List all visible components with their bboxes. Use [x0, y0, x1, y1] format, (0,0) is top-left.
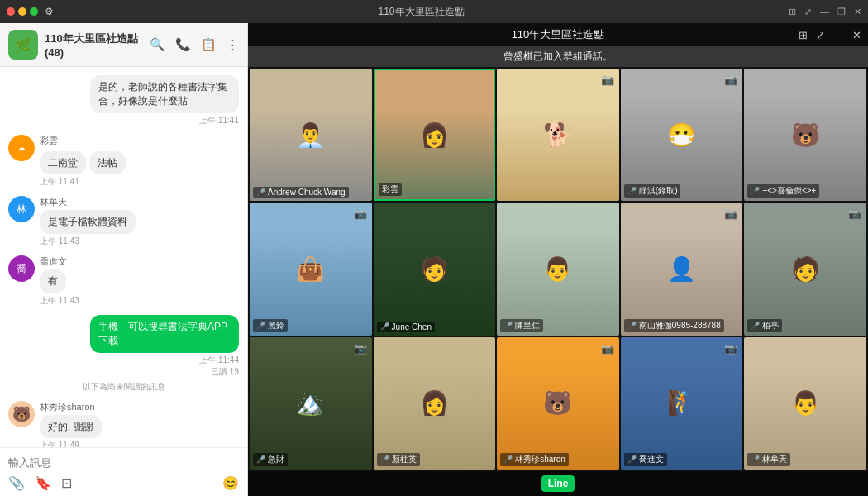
chat-input[interactable]: [8, 453, 239, 472]
maximize-traffic-light[interactable]: [30, 7, 38, 16]
msg-time: 上午 11:41: [199, 115, 239, 126]
minimize-traffic-light[interactable]: [18, 7, 26, 16]
face-linf: 🧗: [621, 337, 743, 470]
msg-row: 林 林牟天 是電子檔軟體資料 上午 11:43: [8, 196, 239, 247]
read-count: 已讀 19: [211, 366, 239, 378]
title-bar-right: ⊞ ⤢ — ❐ ✕: [789, 7, 861, 17]
sender-name: 林牟天: [40, 196, 136, 208]
participant-name-june: 🎤 June Chen: [377, 322, 435, 332]
note-icon[interactable]: 📋: [201, 37, 217, 52]
face-yan: 👩: [374, 337, 496, 470]
face-qjin: 🏔️: [250, 337, 372, 470]
participant-name-qiao2: 🎤 喬進文: [624, 453, 667, 466]
face-jingqi: 😷: [621, 69, 743, 201]
msg-bubble: 好的, 謝謝: [40, 415, 102, 439]
face-winnie: 🐻: [497, 337, 619, 470]
participant-name-boting: 🎤 柏亭: [747, 319, 782, 332]
video-cell-nans[interactable]: 👤 🎤 南山雅伽0985-288788 📷: [621, 203, 743, 335]
video-cell-huang[interactable]: 👨 🎤 陳皇仁: [497, 203, 619, 335]
bookmark-icon[interactable]: 🔖: [35, 475, 51, 491]
mic-muted-icon: 🎤: [380, 455, 389, 464]
app-container: 🌿 110年大里區社造點 (48) 🔍 📞 📋 ⋮ 是的，老師說的各種書法字集合…: [0, 23, 868, 496]
search-icon[interactable]: 🔍: [150, 37, 165, 52]
msg-row: 🐻 林秀珍sharon 好的, 謝謝 上午 11:49: [8, 401, 239, 447]
msg-time: 上午 11:41: [40, 176, 126, 188]
mic-muted-icon: 🎤: [751, 322, 760, 330]
expand-icon[interactable]: ⤢: [816, 29, 825, 41]
window-restore-btn[interactable]: ❐: [837, 7, 846, 17]
video-cell-linf[interactable]: 🧗 🎤 喬進文 📷: [621, 337, 743, 470]
minimize-icon[interactable]: —: [833, 29, 844, 41]
face-nans: 👤: [621, 203, 743, 335]
attach-icon[interactable]: 📎: [8, 475, 25, 491]
video-muted-icon4: 📷: [724, 207, 737, 220]
msg-row: 是的，老師說的各種書法字集合，好像說是什麼貼 上午 11:41: [8, 75, 239, 126]
group-avatar: 🌿: [8, 30, 38, 60]
face-huang: 👨: [497, 203, 619, 335]
participant-name-huang: 🎤 陳皇仁: [500, 319, 543, 332]
video-cell-jingqi[interactable]: 😷 🎤 靜淇(錄取) 📷: [621, 69, 743, 201]
msg-group-lin: 林 林牟天 是電子檔軟體資料 上午 11:43: [8, 196, 239, 247]
video-cell-dog[interactable]: 🐕 📷: [497, 69, 619, 201]
video-title: 110年大里區社造點: [512, 27, 605, 42]
mic-muted-icon: 🎤: [256, 455, 265, 464]
window-expand-icon[interactable]: ⤢: [804, 7, 812, 17]
input-icons-left: 📎 🔖 ⊡: [8, 475, 72, 491]
chat-header-icons[interactable]: 🔍 📞 📋 ⋮: [150, 37, 239, 52]
video-cell-winnie[interactable]: 🐻 🎤 林秀珍sharon 📷: [497, 337, 619, 470]
video-cell-qjin[interactable]: 🏔️ 🎤 急財 📷: [250, 337, 372, 470]
grid-view-icon[interactable]: ⊞: [799, 29, 808, 41]
video-muted-icon7: 📷: [601, 342, 614, 355]
title-bar-left: ⚙: [7, 6, 54, 17]
window-minimize-btn[interactable]: —: [820, 7, 829, 17]
close-traffic-light[interactable]: [7, 7, 15, 16]
msg-bubble: 是電子檔軟體資料: [40, 210, 136, 234]
participant-name-xilun: 🎤 +<>喜倫傑<>+: [747, 184, 819, 198]
chat-input-icons: 📎 🔖 ⊡ 😊: [8, 475, 239, 491]
msg-content: 林秀珍sharon 好的, 謝謝 上午 11:49: [40, 401, 102, 447]
face-boting: 🧑: [744, 203, 866, 335]
participant-name-nans: 🎤 南山雅伽0985-288788: [624, 319, 724, 332]
video-top-bar: 110年大里區社造點 ⊞ ⤢ — ✕: [248, 23, 868, 46]
video-muted-icon5: 📷: [848, 207, 861, 220]
video-cell-caiyun[interactable]: 👩 彩雲: [374, 69, 496, 201]
video-cell-yan[interactable]: 👩 🎤 顏柱英: [374, 337, 496, 470]
mic-muted-icon: 🎤: [751, 187, 760, 195]
video-cell-june[interactable]: 🧑 🎤 June Chen: [374, 203, 496, 335]
msg-content: 林牟天 是電子檔軟體資料 上午 11:43: [40, 196, 136, 247]
face-xilun: 🐻: [744, 69, 866, 201]
call-icon[interactable]: 📞: [175, 37, 191, 52]
video-muted-icon8: 📷: [724, 342, 737, 355]
traffic-lights: [7, 7, 38, 16]
msg-row: 喬 喬進文 有 上午 11:43: [8, 255, 239, 307]
mic-muted-icon: 🎤: [380, 322, 389, 331]
chat-input-area: 📎 🔖 ⊡ 😊: [0, 447, 247, 496]
more-icon[interactable]: ⋮: [227, 37, 239, 52]
face-heiling: 👜: [250, 203, 372, 335]
video-cell-xilun[interactable]: 🐻 🎤 +<>喜倫傑<>+: [744, 69, 866, 201]
mic-muted-icon: 🎤: [503, 322, 513, 330]
chat-panel: 🌿 110年大里區社造點 (48) 🔍 📞 📋 ⋮ 是的，老師說的各種書法字集合…: [0, 23, 248, 496]
crop-icon[interactable]: ⊡: [61, 475, 72, 491]
video-cell-heiling[interactable]: 👜 🎤 黑鈴 📷: [250, 203, 372, 335]
participant-name-andrew: 🎤 Andrew Chuck Wang: [253, 187, 349, 198]
msg-bubble: 是的，老師說的各種書法字集合，好像說是什麼貼: [90, 75, 239, 113]
face-caiyun: 👩: [375, 70, 494, 199]
video-cell-linmou[interactable]: 👨 🎤 林牟天: [744, 337, 866, 470]
face-linmou: 👨: [744, 337, 866, 470]
settings-gear-icon[interactable]: ⚙: [45, 6, 54, 17]
close-video-icon[interactable]: ✕: [852, 29, 861, 41]
mic-muted-icon: 🎤: [256, 322, 265, 330]
participant-name-heiling: 🎤 黑鈴: [253, 319, 288, 332]
sender-name: 喬進文: [40, 255, 79, 268]
chat-header-info: 110年大里區社造點 (48): [45, 31, 143, 59]
video-cell-boting[interactable]: 🧑 🎤 柏亭 📷: [744, 203, 866, 335]
emoji-icon[interactable]: 😊: [222, 475, 239, 491]
video-muted-icon: 📷: [601, 74, 614, 86]
msg-content: 彩雲 二南堂 法帖 上午 11:41: [40, 135, 126, 188]
window-grid-icon[interactable]: ⊞: [789, 7, 796, 17]
video-muted-icon3: 📷: [354, 207, 367, 220]
video-grid: 👨‍💼 🎤 Andrew Chuck Wang 👩 彩雲 🐕 📷 😷: [248, 67, 868, 471]
window-close-btn[interactable]: ✕: [854, 7, 861, 17]
video-cell-andrew[interactable]: 👨‍💼 🎤 Andrew Chuck Wang: [250, 69, 372, 201]
